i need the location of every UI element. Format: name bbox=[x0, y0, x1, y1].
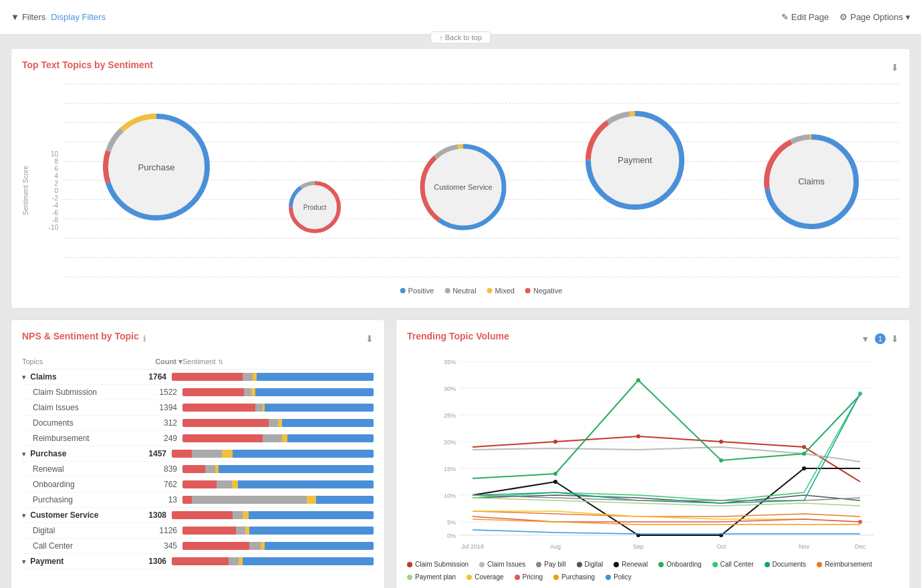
svg-point-51 bbox=[553, 440, 557, 444]
bubble-product[interactable]: Product bbox=[288, 180, 342, 234]
nps-title-row: NPS & Sentiment by Topic ℹ bbox=[22, 331, 146, 347]
chart-legend: Positive Neutral Mixed Negative bbox=[400, 287, 563, 295]
table-row: Documents 312 bbox=[22, 416, 374, 431]
table-row: Onboarding 762 bbox=[22, 477, 374, 492]
back-to-top-button[interactable]: ↑ Back to top bbox=[430, 31, 491, 43]
display-filters-button[interactable]: Display Filters bbox=[51, 12, 106, 22]
page-options-button[interactable]: ⚙ Page Options ▾ bbox=[839, 12, 910, 22]
trending-download-icon[interactable]: ⬇ bbox=[891, 333, 899, 344]
table-row: ▾ Payment 1306 bbox=[22, 554, 374, 569]
bubbles-container: Purchase Product bbox=[63, 84, 899, 277]
top-chart-title: Top Text Topics by Sentiment bbox=[22, 59, 153, 70]
legend-digital: Digital bbox=[577, 561, 604, 568]
trending-title: Trending Topic Volume bbox=[407, 331, 509, 341]
nps-card: NPS & Sentiment by Topic ℹ ⬇ Topics Coun… bbox=[11, 319, 385, 588]
legend-mixed: Mixed bbox=[487, 287, 515, 295]
svg-point-60 bbox=[636, 378, 640, 382]
sentiment-bar bbox=[182, 388, 374, 396]
svg-point-54 bbox=[802, 445, 806, 449]
sentiment-bar bbox=[172, 450, 374, 458]
page-options-label: Page Options bbox=[850, 12, 903, 22]
legend-pricing: Pricing bbox=[515, 573, 543, 581]
legend-coverage: Coverage bbox=[467, 573, 503, 581]
legend-neutral: Neutral bbox=[444, 287, 476, 295]
svg-text:10%: 10% bbox=[444, 492, 456, 499]
svg-text:Purchase: Purchase bbox=[138, 162, 174, 172]
col-count-header[interactable]: Count ▾ bbox=[142, 357, 182, 366]
svg-point-58 bbox=[802, 466, 806, 470]
chevron-icon[interactable]: ▾ bbox=[22, 558, 25, 565]
sentiment-bar bbox=[182, 434, 374, 442]
bubble-payment[interactable]: Payment bbox=[585, 110, 685, 210]
svg-text:20%: 20% bbox=[444, 439, 456, 446]
legend-negative: Negative bbox=[525, 287, 562, 295]
trending-legend: Claim Submission Claim Issues Pay bill D… bbox=[407, 561, 899, 581]
legend-payment-plan: Payment plan bbox=[407, 573, 456, 581]
sentiment-bar bbox=[172, 373, 374, 381]
table-row: Call Center 345 bbox=[22, 539, 374, 554]
filter-icon: ▼ bbox=[11, 12, 19, 22]
nps-title: NPS & Sentiment by Topic bbox=[22, 331, 139, 341]
svg-text:Sep: Sep bbox=[633, 543, 644, 550]
nps-table: Topics Count ▾ Sentiment ⇅ ▾ Claims bbox=[22, 355, 374, 569]
svg-text:Product: Product bbox=[303, 204, 326, 211]
bubble-customer-service[interactable]: Customer Service bbox=[420, 144, 507, 231]
chevron-icon[interactable]: ▾ bbox=[22, 374, 25, 381]
svg-text:35%: 35% bbox=[444, 359, 456, 365]
sentiment-bar bbox=[182, 542, 374, 550]
nps-download-icon[interactable]: ⬇ bbox=[366, 333, 374, 344]
trending-card: Trending Topic Volume ▼ 1 ⬇ bbox=[396, 319, 910, 588]
sentiment-sort-icon[interactable]: ⇅ bbox=[218, 358, 223, 365]
y-axis: 10 8 6 4 2 0 -2 -4 -6 -8 -10 bbox=[37, 150, 63, 231]
nps-table-header: Topics Count ▾ Sentiment ⇅ bbox=[22, 355, 374, 370]
table-row: Claim Submission 1522 bbox=[22, 385, 374, 400]
filter-badge: 1 bbox=[875, 333, 886, 344]
edit-page-label: Edit Page bbox=[791, 12, 829, 22]
sentiment-bar bbox=[182, 465, 374, 473]
sentiment-bar bbox=[182, 419, 374, 427]
legend-reimbursement: Reimbursement bbox=[817, 561, 872, 568]
trending-svg: 35% 30% 25% 20% 15% 10% 5% 0% Jul 2018 A… bbox=[407, 355, 899, 555]
svg-point-62 bbox=[802, 452, 806, 456]
svg-text:0%: 0% bbox=[447, 533, 456, 539]
pencil-icon: ✎ bbox=[781, 12, 789, 22]
svg-text:Aug: Aug bbox=[550, 543, 561, 550]
top-bar-right: ✎ Edit Page ⚙ Page Options ▾ bbox=[781, 12, 910, 22]
nps-card-header: NPS & Sentiment by Topic ℹ ⬇ bbox=[22, 331, 374, 347]
y-axis-wrapper: Sentiment Score 10 8 6 4 2 0 -2 -4 -6 -8… bbox=[22, 84, 63, 297]
svg-point-64 bbox=[858, 520, 862, 524]
svg-text:Customer Service: Customer Service bbox=[434, 183, 492, 191]
table-row: ▾ Customer Service 1308 bbox=[22, 508, 374, 523]
y-axis-label: Sentiment Score bbox=[22, 166, 34, 215]
info-icon[interactable]: ℹ bbox=[143, 334, 146, 343]
legend-claim-submission: Claim Submission bbox=[407, 561, 469, 568]
legend-renewal: Renewal bbox=[614, 561, 648, 568]
trending-card-header: Trending Topic Volume ▼ 1 ⬇ bbox=[407, 331, 899, 347]
table-row: Purchasing 13 bbox=[22, 492, 374, 508]
bottom-row: NPS & Sentiment by Topic ℹ ⬇ Topics Coun… bbox=[11, 319, 910, 588]
top-bar: ▼ Filters Display Filters ↑ Back to top … bbox=[0, 0, 921, 35]
main-content: Top Text Topics by Sentiment ⬇ Sentiment… bbox=[0, 35, 921, 588]
chevron-icon[interactable]: ▾ bbox=[22, 450, 25, 458]
table-row: Claim Issues 1394 bbox=[22, 400, 374, 416]
bubble-claims[interactable]: Claims bbox=[763, 134, 860, 231]
sentiment-bar bbox=[172, 557, 374, 565]
filters-button[interactable]: ▼ Filters bbox=[11, 12, 45, 22]
sentiment-bar bbox=[182, 527, 374, 535]
svg-text:30%: 30% bbox=[444, 386, 456, 392]
svg-text:Oct: Oct bbox=[716, 543, 727, 550]
svg-text:5%: 5% bbox=[447, 519, 456, 526]
filter-icon[interactable]: ▼ bbox=[861, 334, 870, 344]
trending-actions: ▼ 1 ⬇ bbox=[861, 333, 899, 344]
svg-point-55 bbox=[553, 480, 557, 484]
gear-icon: ⚙ bbox=[839, 12, 847, 22]
download-icon[interactable]: ⬇ bbox=[891, 62, 899, 73]
sentiment-bar bbox=[172, 511, 374, 519]
top-chart-header: Top Text Topics by Sentiment ⬇ bbox=[22, 59, 899, 76]
sentiment-bar bbox=[182, 496, 374, 504]
chevron-icon[interactable]: ▾ bbox=[22, 512, 25, 519]
bubble-purchase[interactable]: Purchase bbox=[103, 114, 210, 220]
svg-text:25%: 25% bbox=[444, 412, 456, 419]
trending-chart-area: 35% 30% 25% 20% 15% 10% 5% 0% Jul 2018 A… bbox=[407, 355, 899, 555]
edit-page-button[interactable]: ✎ Edit Page bbox=[781, 12, 829, 22]
